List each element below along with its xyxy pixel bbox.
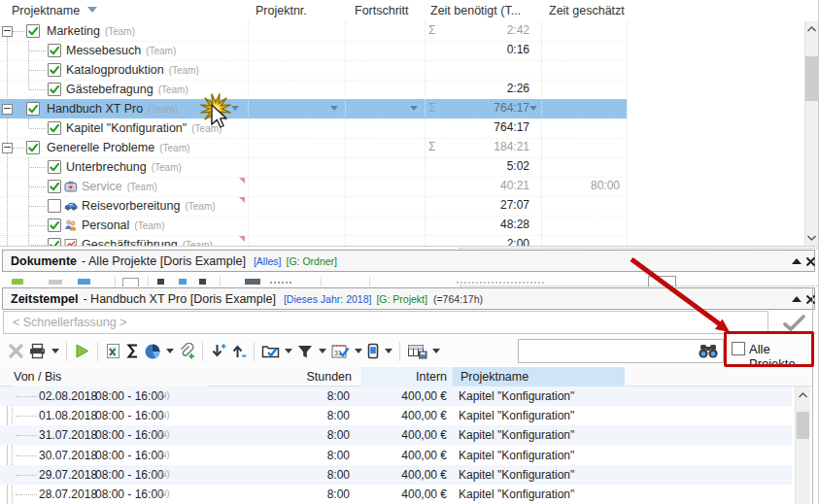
tree-row-unterbrechung[interactable]: Unterbrechung(Team)5:02 (0, 157, 627, 177)
tree-row-generelle-probleme[interactable]: Generelle Probleme(Team)Σ184:21 (0, 138, 627, 157)
import-down-button[interactable] (210, 340, 226, 363)
tree-column-zeit-geschaetzt[interactable]: Zeit geschätzt (549, 0, 627, 21)
splitter-handle[interactable] (460, 286, 819, 286)
scrollbar-thumb[interactable] (797, 412, 809, 439)
mobile-device-button[interactable] (366, 340, 392, 363)
project-checkbox[interactable] (48, 199, 61, 213)
timestamp-row[interactable]: 29.07.201808:00 - 16:00(N)8:00400,00 €Ka… (0, 465, 792, 485)
tree-row-katalogproduktion[interactable]: Katalogproduktion(Team) (0, 60, 627, 80)
confirm-check-icon[interactable] (783, 315, 806, 332)
project-checkbox[interactable] (48, 218, 61, 232)
timestamp-project: Kapitel "Konfiguration" (459, 449, 574, 462)
timestamp-internal-cost: 400,00 € (361, 487, 447, 501)
zeit-benoetigt-value: 2:00 (425, 237, 529, 246)
zeit-geschaetzt-value: 80:00 (541, 179, 620, 192)
timestamp-row[interactable]: 02.08.201808:00 - 16:00(N)8:00400,00 €Ka… (0, 386, 792, 406)
zeit-benoetigt-value: 0:16 (425, 43, 529, 56)
filter-icon (296, 344, 314, 359)
tree-column-fortschritt[interactable]: Fortschritt (355, 0, 423, 21)
timestamp-row[interactable]: 30.07.201808:00 - 16:00(N)8:00400,00 €Ka… (0, 446, 792, 465)
dropdown-caret-icon[interactable] (432, 349, 440, 353)
tree-row-g-stebefragung[interactable]: Gästebefragung(Team)2:26 (0, 80, 627, 99)
tree-row-marketing[interactable]: Marketing(Team)Σ2:42 (0, 21, 627, 41)
project-checkbox[interactable] (26, 24, 40, 38)
timestamp-project: Kapitel "Konfiguration" (459, 389, 574, 403)
pie-chart-button[interactable] (144, 340, 174, 363)
quick-entry-input[interactable]: < Schnellerfassung > (3, 311, 768, 334)
timestamps-vertical-scrollbar[interactable] (795, 386, 810, 504)
column-projektname[interactable]: Projektname (453, 367, 625, 386)
project-checkbox[interactable] (48, 180, 61, 193)
tree-expander-icon[interactable] (2, 26, 13, 37)
tree-row-reisevorbereitung[interactable]: Reisevorbereitung(Team)27:07 (0, 196, 627, 216)
column-von-bis[interactable]: Von / Bis (14, 367, 208, 386)
project-checkbox[interactable] (48, 121, 61, 135)
export-up-button[interactable] (230, 340, 247, 363)
tree-column-projektname[interactable]: Projektname (12, 0, 245, 21)
close-panel-icon[interactable] (805, 294, 816, 305)
project-checkbox[interactable] (48, 44, 61, 57)
timestamp-row[interactable]: 31.07.201808:00 - 16:00(N)8:00400,00 €Ka… (0, 425, 792, 445)
scrollbar-thumb[interactable] (805, 56, 818, 101)
calendar-check-button[interactable]: 31 (330, 340, 362, 363)
cell-dropdown-icon[interactable] (330, 106, 338, 111)
cell-dropdown-icon[interactable] (410, 106, 418, 111)
table-options-button[interactable] (407, 340, 440, 363)
close-panel-icon[interactable] (805, 256, 816, 267)
dokumente-panel-title: Dokumente (11, 254, 77, 268)
collapse-panel-icon[interactable] (792, 258, 802, 264)
timestamp-time-range: 08:00 - 16:00 (95, 487, 164, 501)
dropdown-caret-icon[interactable] (51, 349, 59, 353)
scroll-up-icon[interactable] (796, 391, 810, 399)
timestamp-row[interactable]: 01.08.201808:00 - 16:00(N)8:00400,00 €Ka… (0, 406, 792, 425)
tree-column-projektnr[interactable]: Projektnr. (256, 0, 343, 21)
zeitstempel-total: (=764:17h) (433, 293, 483, 305)
tree-row-kapitel-konfiguration-[interactable]: Kapitel "Konfiguration"(Team)764:17 (0, 118, 627, 138)
printer-button[interactable] (28, 340, 59, 363)
folder-check-button[interactable] (261, 340, 292, 363)
start-timer-button[interactable] (74, 340, 90, 363)
tree-column-zeit-benoetigt[interactable]: Zeit benötigt (T... (430, 0, 539, 21)
tree-row-personal[interactable]: Personal(Team)48:28 (0, 216, 627, 235)
project-checkbox[interactable] (48, 160, 61, 174)
search-input[interactable] (518, 339, 724, 363)
column-intern[interactable]: Intern (361, 367, 453, 386)
dropdown-caret-icon[interactable] (285, 349, 292, 353)
project-label: Handbuch XT Pro(Team) (47, 101, 178, 117)
timestamp-row[interactable]: 28.07.201808:00 - 16:00(N)8:00400,00 €Ka… (0, 485, 792, 504)
project-checkbox[interactable] (26, 141, 40, 154)
import-down-icon (210, 343, 226, 359)
splitter-handle[interactable] (460, 248, 819, 249)
tree-row-gesch-ftsf-hrung[interactable]: Geschäftsführung(Team)2:00 (0, 235, 627, 246)
collapse-panel-icon[interactable] (792, 296, 802, 302)
filter-button[interactable] (296, 340, 326, 363)
dropdown-caret-icon[interactable] (319, 349, 326, 353)
tree-expander-icon[interactable] (2, 104, 13, 115)
zeitstempel-panel-header[interactable]: Zeitstempel - Handbuch XT Pro [Doris Exa… (2, 287, 815, 310)
timestamp-flag: (N) (157, 469, 170, 479)
tree-expander-icon[interactable] (2, 143, 13, 153)
tree-vertical-scrollbar[interactable] (804, 21, 818, 246)
zeitstempel-group-tag: [G: Projekt] (376, 293, 427, 305)
cell-dropdown-icon[interactable] (231, 106, 239, 111)
scroll-down-icon[interactable] (805, 234, 818, 242)
tree-row-messebesuch[interactable]: Messebesuch(Team)0:16 (0, 41, 627, 60)
excel-export-button[interactable] (105, 340, 121, 363)
dropdown-caret-icon[interactable] (385, 349, 392, 353)
timestamp-internal-cost: 400,00 € (361, 449, 447, 462)
column-stunden[interactable]: Stunden (231, 367, 352, 386)
project-checkbox[interactable] (26, 102, 40, 116)
dokumente-panel-header[interactable]: Dokumente - Alle Projekte [Doris Example… (2, 250, 815, 272)
tree-row-service[interactable]: Service(Team)40:2180:00 (0, 177, 627, 196)
dropdown-caret-icon[interactable] (166, 349, 174, 353)
project-checkbox[interactable] (48, 83, 61, 96)
attachment-add-button[interactable] (178, 340, 195, 363)
scroll-up-icon[interactable] (805, 25, 818, 33)
dropdown-caret-icon[interactable] (355, 349, 362, 353)
project-checkbox[interactable] (48, 238, 61, 246)
tree-row-handbuch-xt-pro[interactable]: Handbuch XT Pro(Team)Σ764:17 (0, 99, 627, 118)
sum-button[interactable] (125, 340, 140, 363)
project-checkbox[interactable] (48, 63, 61, 77)
zeitstempel-panel-title: Zeitstempel (11, 292, 78, 306)
cell-dropdown-icon[interactable] (529, 106, 537, 111)
